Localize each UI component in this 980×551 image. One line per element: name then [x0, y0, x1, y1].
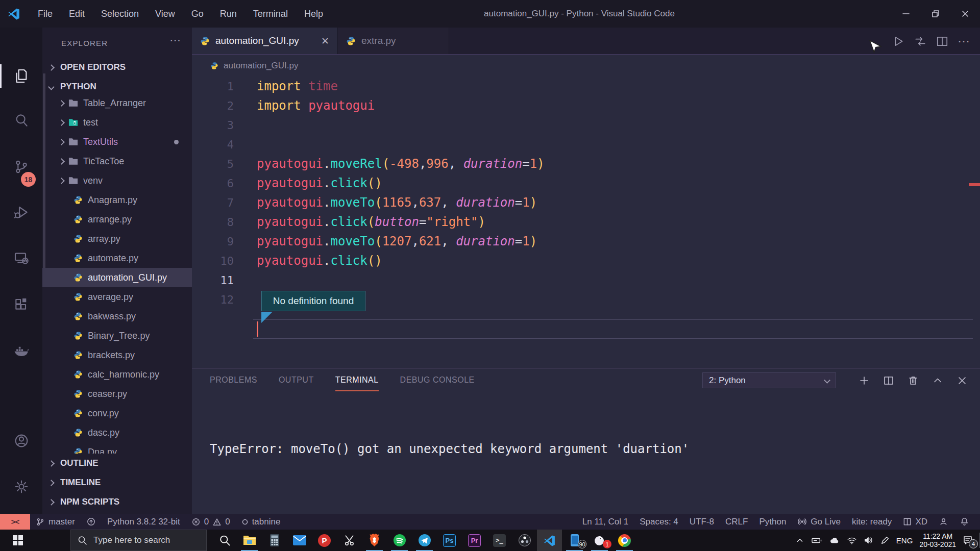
menu-go[interactable]: Go	[183, 0, 212, 28]
taskbar-bird-app-icon[interactable]: 1	[587, 530, 612, 551]
menu-view[interactable]: View	[147, 0, 183, 28]
tree-file[interactable]: conv.py	[42, 404, 192, 423]
tree-folder-table-arranger[interactable]: Table_Arranger	[42, 93, 192, 113]
tree-file[interactable]: arrange.py	[42, 210, 192, 229]
indentation-item[interactable]: Spaces: 4	[634, 517, 684, 527]
taskbar-your-phone-icon[interactable]: 90	[562, 530, 587, 551]
tree-file-selected[interactable]: automation_GUI.py	[42, 268, 192, 287]
taskbar-chrome-icon[interactable]	[612, 530, 637, 551]
remote-indicator[interactable]: ><	[0, 514, 30, 530]
breadcrumb[interactable]: automation_GUI.py	[192, 56, 980, 75]
wifi-icon[interactable]	[847, 536, 857, 545]
taskbar-file-explorer-icon[interactable]	[237, 530, 262, 551]
tree-file[interactable]: automate.py	[42, 248, 192, 268]
problems-item[interactable]: 0 0	[186, 517, 236, 527]
notifications-item[interactable]	[954, 517, 975, 527]
extensions-icon[interactable]	[0, 289, 42, 320]
tree-file[interactable]: Anagram.py	[42, 190, 192, 210]
tab-debug-console[interactable]: DEBUG CONSOLE	[400, 370, 475, 391]
clock[interactable]: 11:22 AM 20-03-2021	[919, 532, 956, 548]
docker-icon[interactable]	[0, 336, 42, 366]
tree-file[interactable]: Dna.py	[42, 442, 192, 454]
pen-icon[interactable]	[880, 536, 890, 545]
maximize-panel-icon[interactable]	[932, 375, 943, 386]
section-open-editors[interactable]: OPEN EDITORS	[42, 58, 192, 77]
taskbar-search-input[interactable]: Type here to search	[70, 530, 207, 551]
taskbar-psiphon-icon[interactable]: P	[312, 530, 337, 551]
close-button[interactable]	[950, 0, 980, 28]
tree-folder-tictactoe[interactable]: TicTacToe	[42, 152, 192, 171]
tree-file[interactable]: calc_harmonic.py	[42, 365, 192, 384]
more-actions-icon[interactable]: ⋯	[958, 34, 970, 48]
tree-folder-venv[interactable]: venv	[42, 171, 192, 190]
section-outline[interactable]: OUTLINE	[42, 454, 192, 473]
account-icon[interactable]	[0, 425, 42, 456]
open-changes-icon[interactable]	[914, 35, 927, 48]
cursor-position-item[interactable]: Ln 11, Col 1	[577, 517, 634, 527]
language-indicator[interactable]: ENG	[896, 536, 913, 545]
terminal-selector-dropdown[interactable]: 2: Python	[702, 372, 836, 388]
go-live-item[interactable]: Go Live	[792, 517, 846, 527]
taskbar-photoshop-icon[interactable]: Ps	[437, 530, 462, 551]
run-python-file-icon[interactable]	[892, 35, 905, 48]
close-panel-icon[interactable]	[957, 375, 968, 386]
explorer-icon[interactable]	[0, 61, 42, 91]
section-timeline[interactable]: TIMELINE	[42, 473, 192, 492]
tree-file[interactable]: array.py	[42, 229, 192, 248]
tree-file[interactable]: brackets.py	[42, 345, 192, 365]
split-editor-icon[interactable]	[936, 35, 949, 48]
action-center-button[interactable]: 4	[963, 535, 977, 545]
tree-file[interactable]: bakwass.py	[42, 307, 192, 326]
taskbar-obs-icon[interactable]	[512, 530, 537, 551]
taskbar-vscode-icon[interactable]	[537, 530, 562, 551]
taskbar-telegram-icon[interactable]	[412, 530, 437, 551]
tree-file[interactable]: ceaser.py	[42, 384, 192, 404]
run-debug-icon[interactable]	[0, 197, 42, 228]
section-npm-scripts[interactable]: NPM SCRIPTS	[42, 492, 192, 512]
volume-icon[interactable]	[864, 536, 874, 545]
settings-gear-icon[interactable]	[0, 471, 42, 502]
code-area[interactable]: 1import time 2import pyautogui 3 4 5pyau…	[192, 77, 980, 368]
taskbar-search-button[interactable]	[212, 530, 237, 551]
search-icon[interactable]	[0, 105, 42, 136]
feedback-item[interactable]	[933, 517, 954, 527]
menu-edit[interactable]: Edit	[61, 0, 93, 28]
start-button[interactable]	[0, 530, 36, 551]
tab-close-icon[interactable]: ✕	[321, 35, 329, 47]
onedrive-cloud-icon[interactable]	[829, 536, 840, 545]
new-terminal-icon[interactable]	[859, 375, 870, 386]
python-interpreter-item[interactable]: Python 3.8.2 32-bit	[102, 517, 186, 527]
encoding-item[interactable]: UTF-8	[684, 517, 720, 527]
tree-file[interactable]: dasc.py	[42, 423, 192, 442]
tree-folder-textutils[interactable]: TextUtils	[42, 132, 192, 152]
taskbar-brave-icon[interactable]	[362, 530, 387, 551]
sidebar-more-actions-icon[interactable]: ⋯	[169, 34, 181, 47]
tray-expand-icon[interactable]	[795, 536, 804, 545]
tab-output[interactable]: OUTPUT	[279, 370, 314, 391]
sync-button[interactable]	[81, 517, 102, 527]
xd-item[interactable]: XD	[897, 517, 933, 527]
tree-folder-test[interactable]: test	[42, 113, 192, 132]
menu-help[interactable]: Help	[296, 0, 331, 28]
taskbar-snip-icon[interactable]	[337, 530, 362, 551]
eol-item[interactable]: CRLF	[720, 517, 753, 527]
remote-explorer-icon[interactable]	[0, 243, 42, 273]
tab-problems[interactable]: PROBLEMS	[210, 370, 257, 391]
tab-extra[interactable]: extra.py	[337, 28, 449, 54]
taskbar-calculator-icon[interactable]	[262, 530, 287, 551]
tab-terminal[interactable]: TERMINAL	[335, 370, 379, 391]
taskbar-premiere-icon[interactable]: Pr	[462, 530, 487, 551]
menu-selection[interactable]: Selection	[93, 0, 147, 28]
tab-automation-gui[interactable]: automation_GUI.py ✕	[192, 28, 337, 54]
restore-button[interactable]	[921, 0, 950, 28]
tree-file[interactable]: Binary_Tree.py	[42, 326, 192, 345]
taskbar-spotify-icon[interactable]	[387, 530, 412, 551]
menu-file[interactable]: File	[30, 0, 61, 28]
menu-terminal[interactable]: Terminal	[245, 0, 296, 28]
taskbar-cmd-icon[interactable]: >_	[487, 530, 512, 551]
split-terminal-icon[interactable]	[883, 375, 894, 386]
kill-terminal-icon[interactable]	[908, 375, 919, 386]
kite-status-item[interactable]: kite: ready	[846, 517, 897, 527]
git-branch-item[interactable]: master	[30, 517, 81, 527]
battery-icon[interactable]	[811, 536, 822, 545]
